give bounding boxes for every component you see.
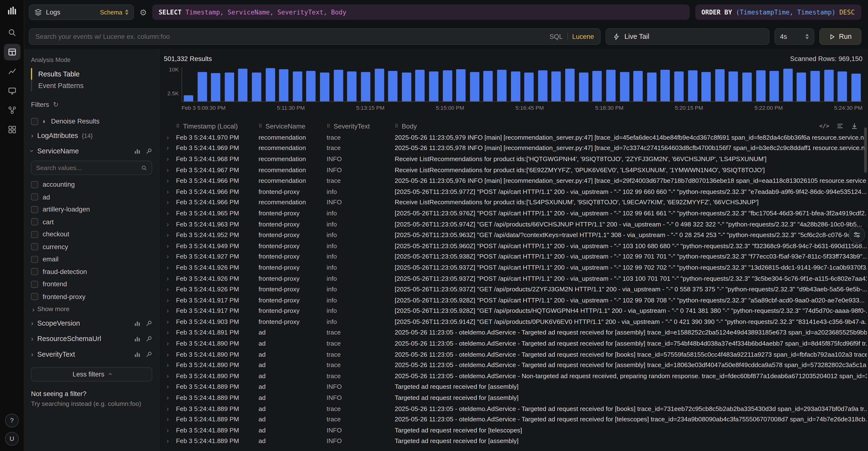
log-row[interactable]: Feb 3 5:24:41.890 PM ad trace 2025-05-26… <box>164 360 867 370</box>
source-settings-button[interactable]: ⚙ <box>140 8 147 16</box>
histogram-bar[interactable] <box>184 95 193 101</box>
log-row[interactable]: Feb 3 5:24:41.890 PM ad trace 2025-05-26… <box>164 349 867 360</box>
histogram-bar[interactable] <box>770 71 779 101</box>
search-input[interactable] <box>35 33 544 40</box>
nav-sessions-button[interactable] <box>4 83 20 99</box>
histogram-bar[interactable] <box>702 72 711 101</box>
histogram-bar[interactable] <box>674 71 684 101</box>
log-row[interactable]: Feb 3 5:24:41.966 PM recommendation trac… <box>164 175 867 186</box>
log-row[interactable]: Feb 3 5:24:41.927 PM frontend-proxy info… <box>164 251 867 262</box>
histogram-bar[interactable] <box>824 70 834 101</box>
column-header-service-name[interactable]: ⠿ ServiceName <box>258 122 327 130</box>
live-tail-button[interactable]: Live Tail <box>606 28 770 45</box>
code-view-button[interactable]: </> <box>819 123 829 129</box>
row-expand-chevron[interactable] <box>164 318 176 326</box>
log-row[interactable]: Feb 3 5:24:41.890 PM ad trace 2025-05-26… <box>164 370 867 381</box>
histogram-bar[interactable] <box>592 71 602 101</box>
row-expand-chevron[interactable] <box>164 372 176 380</box>
refresh-interval-select[interactable]: 4s <box>774 28 814 45</box>
log-row[interactable]: Feb 3 5:24:41.926 PM frontend-proxy info… <box>164 283 867 295</box>
row-expand-chevron[interactable] <box>164 242 176 250</box>
row-expand-chevron[interactable] <box>164 264 176 271</box>
log-row[interactable]: Feb 3 5:24:41.967 PM recommendation INFO… <box>164 164 867 175</box>
histogram-bar[interactable] <box>524 72 534 101</box>
download-icon[interactable] <box>851 122 858 129</box>
row-expand-chevron[interactable] <box>164 351 176 358</box>
histogram-bar[interactable] <box>565 69 575 101</box>
drag-handle-icon[interactable]: ⠿ <box>258 123 262 129</box>
histogram-bar[interactable] <box>538 70 547 101</box>
row-expand-chevron[interactable] <box>164 285 176 293</box>
event-search-box[interactable]: SQL Lucene <box>29 28 600 45</box>
facet-chart-icon[interactable] <box>134 148 141 155</box>
histogram-bar[interactable] <box>511 71 520 101</box>
histogram-bar[interactable] <box>661 70 670 101</box>
log-row[interactable]: Feb 3 5:24:41.917 PM frontend-proxy info… <box>164 295 867 305</box>
histogram-bar[interactable] <box>238 69 248 101</box>
histogram-bar[interactable] <box>252 72 261 101</box>
histogram-bar[interactable] <box>293 71 302 101</box>
facet-value-row[interactable]: frontend-proxy <box>31 290 152 303</box>
facet-chart-icon[interactable] <box>134 351 141 358</box>
run-button[interactable]: Run <box>819 28 861 45</box>
facet-value-checkbox[interactable] <box>31 280 38 288</box>
row-expand-chevron[interactable] <box>164 144 176 152</box>
histogram-bar[interactable] <box>279 69 289 101</box>
drag-handle-icon[interactable]: ⠿ <box>327 123 330 129</box>
nav-service-map-button[interactable] <box>4 102 20 118</box>
row-expand-chevron[interactable] <box>164 307 176 315</box>
facet-value-search[interactable] <box>31 161 152 175</box>
column-header-timestamp[interactable]: ⠿ Timestamp (Local) <box>176 122 258 130</box>
user-avatar[interactable]: U <box>5 432 19 446</box>
row-expand-chevron[interactable] <box>164 339 176 347</box>
histogram-bar[interactable] <box>443 70 452 101</box>
refresh-filters-icon[interactable]: ↻ <box>53 101 59 109</box>
row-expand-chevron[interactable] <box>164 177 176 184</box>
row-expand-chevron[interactable] <box>164 415 176 423</box>
log-row[interactable]: Feb 3 5:24:41.903 PM frontend-proxy info… <box>164 316 867 327</box>
row-expand-chevron[interactable] <box>164 155 176 163</box>
histogram-bar[interactable] <box>497 70 506 101</box>
log-row[interactable]: Feb 3 5:24:41.889 PM ad trace 2025-05-26… <box>164 403 867 414</box>
histogram-bar[interactable] <box>633 71 643 101</box>
histogram-bar[interactable] <box>334 70 343 101</box>
row-expand-chevron[interactable] <box>164 199 176 206</box>
facet-value-checkbox[interactable] <box>31 255 38 263</box>
facet-group-header[interactable]: SeverityText <box>31 347 152 362</box>
row-expand-chevron[interactable] <box>164 209 176 217</box>
histogram-bar[interactable] <box>838 71 847 101</box>
app-logo[interactable] <box>7 5 17 16</box>
facet-value-row[interactable]: artillery-loadgen <box>31 203 152 216</box>
log-row[interactable]: Feb 3 5:24:41.889 PM ad trace 2025-05-26… <box>164 414 867 425</box>
histogram-bar[interactable] <box>715 69 724 101</box>
log-row[interactable]: Feb 3 5:24:41.889 PM ad INFO Targeted ad… <box>164 381 867 392</box>
log-row[interactable]: Feb 3 5:24:41.926 PM frontend-proxy info… <box>164 262 867 273</box>
log-row[interactable]: Feb 3 5:24:41.891 PM ad trace 2025-05-26… <box>164 327 867 338</box>
facet-chart-icon[interactable] <box>134 335 141 342</box>
facet-value-row[interactable]: cart <box>31 216 152 228</box>
sql-mode-option[interactable]: SQL <box>550 33 563 40</box>
log-row[interactable]: Feb 3 5:24:41.966 PM frontend-proxy info… <box>164 186 867 197</box>
facet-value-row[interactable]: fraud-detection <box>31 266 152 278</box>
histogram-bar[interactable] <box>402 72 411 101</box>
mode-results-table[interactable]: Results Table <box>31 68 152 80</box>
log-row[interactable]: Feb 3 5:24:41.968 PM recommendation INFO… <box>164 153 867 164</box>
histogram-bar[interactable] <box>361 72 370 101</box>
help-button[interactable]: ? <box>5 413 19 427</box>
row-expand-chevron[interactable] <box>164 361 176 369</box>
facet-value-row[interactable]: currency <box>31 241 152 253</box>
log-row[interactable]: Feb 3 5:24:41.969 PM recommendation trac… <box>164 143 867 153</box>
row-expand-chevron[interactable] <box>164 437 176 445</box>
facet-group-log-attributes[interactable]: LogAttributes {14} <box>31 128 152 143</box>
row-expand-chevron[interactable] <box>164 166 176 174</box>
row-expand-chevron[interactable] <box>164 188 176 196</box>
drag-handle-icon[interactable]: ⠿ <box>176 123 180 129</box>
histogram-bar[interactable] <box>415 70 425 101</box>
histogram-bar[interactable] <box>225 72 234 101</box>
facet-value-checkbox[interactable] <box>31 243 38 250</box>
histogram-bar[interactable] <box>552 71 561 101</box>
facet-value-row[interactable]: email <box>31 253 152 266</box>
facet-value-checkbox[interactable] <box>31 193 38 201</box>
log-row[interactable]: Feb 3 5:24:41.963 PM frontend-proxy info… <box>164 218 867 229</box>
row-expand-chevron[interactable] <box>164 231 176 239</box>
